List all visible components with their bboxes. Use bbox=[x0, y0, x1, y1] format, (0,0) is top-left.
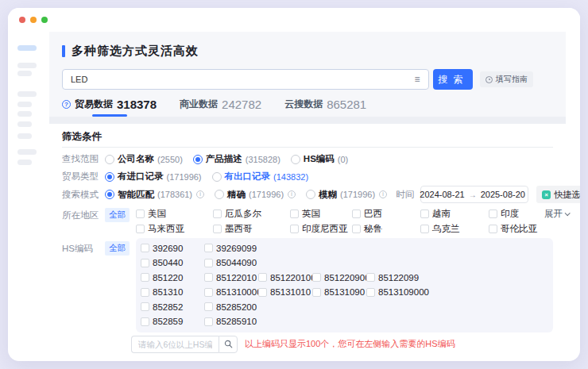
info-icon[interactable]: i bbox=[288, 190, 296, 198]
radio-export-records[interactable]: 有出口记录(143832) bbox=[212, 171, 309, 183]
quick-options-label: 快捷选项 bbox=[554, 189, 580, 201]
checkbox-icon bbox=[420, 225, 429, 233]
app-window: 多种筛选方式灵活高效 ≡ 搜 索 填写指南 ? 贸 bbox=[8, 8, 580, 361]
quick-options-button[interactable]: × 快捷选项 bbox=[536, 186, 580, 203]
content-area: 多种筛选方式灵活高效 ≡ 搜 索 填写指南 ? 贸 bbox=[49, 32, 566, 361]
checkbox-uk[interactable]: 英国 bbox=[290, 208, 352, 219]
checkbox-hs-85131090[interactable]: 85131090 bbox=[312, 286, 366, 298]
filter-heading: 筛选条件 bbox=[62, 130, 553, 142]
sidebar-skeleton-item bbox=[17, 160, 32, 165]
info-icon[interactable]: i bbox=[379, 190, 387, 198]
checkbox-hs-85122099[interactable]: 85122099 bbox=[366, 271, 547, 283]
sidebar-skeleton-item bbox=[17, 111, 32, 117]
checkbox-ukraine[interactable]: 乌克兰 bbox=[420, 223, 489, 234]
search-box: ≡ bbox=[62, 69, 429, 90]
checkbox-hs-392690[interactable]: 392690 bbox=[141, 242, 204, 254]
tab-trade-data[interactable]: ? 贸易数据 318378 bbox=[62, 98, 157, 117]
checkbox-hs-8512209000[interactable]: 8512209000 bbox=[312, 271, 366, 283]
checkbox-hs-85131010[interactable]: 85131010 bbox=[258, 286, 312, 298]
row-label: HS编码 bbox=[62, 238, 105, 255]
window-body: 多种筛选方式灵活高效 ≡ 搜 索 填写指南 ? 贸 bbox=[8, 32, 580, 361]
checkbox-icon bbox=[204, 317, 213, 326]
checkbox-icon bbox=[366, 273, 375, 282]
filter-row-search-mode: 搜索模式 智能匹配(178361) i 精确(171996) i bbox=[62, 186, 553, 203]
zoom-window-icon[interactable] bbox=[41, 17, 48, 23]
checkbox-hs-85044090[interactable]: 85044090 bbox=[204, 257, 258, 269]
checkbox-indonesia[interactable]: 印度尼西亚 bbox=[290, 223, 352, 234]
tab-count: 242782 bbox=[222, 98, 261, 111]
checkbox-india[interactable]: 印度 bbox=[489, 208, 544, 219]
checkbox-hs-85285200[interactable]: 85285200 bbox=[204, 301, 258, 313]
checkbox-usa[interactable]: 美国 bbox=[136, 208, 213, 219]
radio-smart-match[interactable]: 智能匹配(178361) i bbox=[105, 189, 204, 201]
hs-code-row: 852859 85285910 bbox=[141, 316, 547, 328]
checkbox-peru[interactable]: 秘鲁 bbox=[352, 223, 420, 234]
checkbox-hs-850440[interactable]: 850440 bbox=[141, 257, 204, 269]
radio-exact-match[interactable]: 精确(171996) i bbox=[215, 189, 296, 201]
checkbox-hs-852859[interactable]: 852859 bbox=[141, 316, 204, 328]
checkbox-icon bbox=[141, 288, 149, 297]
search-button[interactable]: 搜 索 bbox=[433, 69, 473, 90]
tab-business-data[interactable]: 商业数据 242782 bbox=[180, 98, 261, 117]
checkbox-vietnam[interactable]: 越南 bbox=[420, 208, 489, 219]
checkbox-brazil[interactable]: 巴西 bbox=[352, 208, 420, 219]
checkbox-icon bbox=[204, 244, 213, 252]
info-icon[interactable]: i bbox=[196, 190, 204, 198]
tab-count: 318378 bbox=[117, 98, 157, 111]
expand-button[interactable]: 展开 bbox=[544, 208, 569, 220]
search-input[interactable] bbox=[63, 70, 406, 89]
checkbox-mexico[interactable]: 墨西哥 bbox=[213, 223, 290, 234]
checkbox-icon bbox=[136, 209, 145, 218]
filter-lines-icon[interactable]: ≡ bbox=[406, 70, 428, 89]
radio-company-name[interactable]: 公司名称(2550) bbox=[105, 153, 183, 165]
checkbox-icon bbox=[290, 209, 299, 218]
date-range-input[interactable]: 2024-08-21 → 2025-08-20 bbox=[420, 186, 528, 203]
checkbox-hs-85285910[interactable]: 85285910 bbox=[204, 316, 258, 328]
checkbox-hs-852852[interactable]: 852852 bbox=[141, 301, 204, 313]
radio-hs-code[interactable]: HS编码(0) bbox=[291, 153, 348, 165]
radio-selected-icon bbox=[105, 172, 114, 182]
checkbox-hs-8512201000[interactable]: 8512201000 bbox=[258, 271, 312, 283]
checkbox-ecuador[interactable]: 厄瓜多尔 bbox=[213, 208, 290, 219]
checkbox-icon bbox=[258, 273, 267, 282]
checkbox-icon bbox=[204, 273, 213, 282]
hs-code-row: 850440 85044090 bbox=[141, 257, 547, 269]
checkbox-icon bbox=[352, 225, 361, 233]
checkbox-hs-39269099[interactable]: 39269099 bbox=[204, 242, 258, 254]
checkbox-icon bbox=[290, 225, 299, 233]
minimize-window-icon[interactable] bbox=[30, 17, 37, 23]
checkbox-hs-851220[interactable]: 851220 bbox=[141, 271, 204, 283]
checkbox-hs-85122010[interactable]: 85122010 bbox=[204, 271, 258, 283]
hs-code-row: 851220 85122010 8512201000 8512209000 85… bbox=[141, 271, 547, 283]
quick-options-icon: × bbox=[542, 190, 551, 199]
hs-all-tag[interactable]: 全部 bbox=[105, 241, 130, 256]
checkbox-colombia[interactable]: 哥伦比亚 bbox=[489, 223, 544, 234]
region-grid: 美国 厄瓜多尔 英国 巴西 越南 印度 马来西亚 墨西哥 印度尼西亚 秘鲁 乌克… bbox=[136, 208, 544, 234]
checkbox-icon bbox=[352, 209, 361, 218]
sidebar-skeleton-item bbox=[17, 149, 37, 155]
checkbox-icon bbox=[489, 209, 497, 218]
filter-panel: 筛选条件 查找范围 公司名称(2550) 产品描述(315828) bbox=[49, 124, 566, 353]
radio-selected-icon bbox=[105, 190, 114, 199]
close-window-icon[interactable] bbox=[19, 17, 25, 23]
radio-icon bbox=[215, 190, 224, 199]
radio-product-description[interactable]: 产品描述(315828) bbox=[193, 153, 280, 165]
checkbox-hs-8513109000[interactable]: 8513109000 bbox=[366, 286, 547, 298]
hs-code-input[interactable] bbox=[131, 336, 219, 353]
divider-line bbox=[62, 147, 553, 148]
title-accent-bar bbox=[62, 45, 65, 57]
region-all-tag[interactable]: 全部 bbox=[105, 208, 130, 222]
sidebar-skeleton-item bbox=[17, 121, 32, 127]
radio-import-records[interactable]: 有进口记录(171996) bbox=[105, 171, 202, 183]
radio-fuzzy-match[interactable]: 模糊(171996) i bbox=[306, 189, 387, 201]
sidebar bbox=[8, 32, 49, 361]
checkbox-hs-851310[interactable]: 851310 bbox=[141, 286, 204, 298]
hs-search-button[interactable] bbox=[219, 336, 238, 353]
fill-guide-button[interactable]: 填写指南 bbox=[480, 71, 533, 87]
checkbox-hs-8513100000[interactable]: 8513100000 bbox=[204, 286, 258, 298]
checkbox-malaysia[interactable]: 马来西亚 bbox=[136, 223, 213, 234]
active-tab-underline bbox=[92, 114, 127, 117]
tab-cloud-search-data[interactable]: 云搜数据 865281 bbox=[284, 98, 366, 117]
hs-note-text: 以上编码只显示100个，您可在左侧输入需要的HS编码 bbox=[245, 338, 455, 350]
checkbox-icon bbox=[136, 225, 145, 233]
